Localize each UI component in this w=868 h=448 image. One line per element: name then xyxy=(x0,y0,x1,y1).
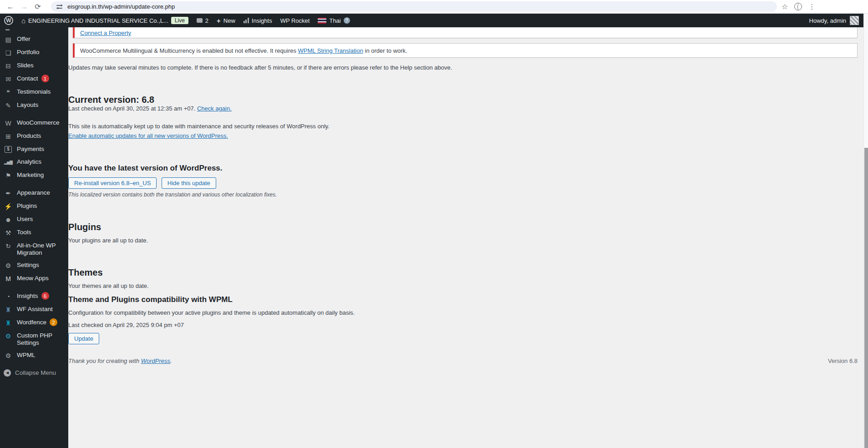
sidebar-item-wpml[interactable]: ⚙WPML xyxy=(0,349,68,362)
appearance-icon: ✒ xyxy=(4,190,13,197)
sidebar-item-label: Products xyxy=(17,132,41,140)
sidebar-item-testimonials[interactable]: ❝Testimonials xyxy=(0,86,68,99)
sidebar-item-marketing[interactable]: ⚑Marketing xyxy=(0,169,68,182)
browser-menu-icon[interactable]: ⋮ xyxy=(808,3,815,11)
avatar[interactable] xyxy=(850,16,859,25)
sidebar-item-offer[interactable]: ▤Offer xyxy=(0,33,68,46)
sidebar-item-contact[interactable]: ✉Contact1 xyxy=(0,72,68,86)
help-icon[interactable]: ? xyxy=(344,17,350,24)
sidebar-item-appearance[interactable]: ✒Appearance xyxy=(0,186,68,200)
sidebar-item-wf-assistant[interactable]: ♜WF Assistant xyxy=(0,303,68,316)
slides-icon: ⊟ xyxy=(4,62,13,70)
sidebar-item-label: Collapse Menu xyxy=(15,369,56,377)
insights-chart-icon xyxy=(244,18,249,23)
settings-icon: ⚙ xyxy=(4,262,13,269)
wordfence-icon: ♜ xyxy=(4,319,13,327)
enable-auto-updates-link[interactable]: Enable automatic updates for all new ver… xyxy=(68,132,228,139)
sidebar-item-label: Offer xyxy=(17,35,30,43)
address-bar[interactable]: eisgroup.in.th/wp-admin/update-core.php xyxy=(51,1,777,12)
wordpress-logo-icon: W xyxy=(4,16,13,25)
new-content-menu[interactable]: + New xyxy=(213,14,239,27)
wpml-string-translation-link[interactable]: WPML String Translation xyxy=(298,47,363,54)
themes-heading: Themes xyxy=(68,267,103,278)
custom-php-settings-icon: ⚙ xyxy=(4,332,13,340)
account-menu[interactable]: Howdy, admin xyxy=(809,14,846,27)
insights-icon: ◔ xyxy=(4,293,13,300)
page: ← → ⟳ eisgroup.in.th/wp-admin/update-cor… xyxy=(0,0,868,448)
reload-icon[interactable]: ⟳ xyxy=(31,1,45,13)
notice-wcml: WooCommerce Multilingual & Multicurrency… xyxy=(73,43,858,58)
forward-icon[interactable]: → xyxy=(17,1,31,13)
current-version-heading: Current version: 6.8 xyxy=(68,95,154,105)
footer-version: Version 6.8 xyxy=(828,357,858,364)
wp-logo-menu[interactable]: W xyxy=(0,14,17,27)
tools-icon: ⚒ xyxy=(4,229,13,237)
bookmark-star-icon[interactable]: ☆ xyxy=(782,2,788,11)
contact-icon: ✉ xyxy=(4,76,13,83)
language-menu[interactable]: Thai ? xyxy=(314,14,354,27)
localized-version-note: This localized version contains both the… xyxy=(68,191,277,198)
wordfence-badge: 2 xyxy=(50,318,57,326)
users-icon: ☻ xyxy=(4,216,13,223)
back-icon[interactable]: ← xyxy=(4,1,17,13)
wordpress-footer-link[interactable]: WordPress xyxy=(141,357,170,364)
sidebar-item-users[interactable]: ☻Users xyxy=(0,213,68,226)
site-settings-icon[interactable] xyxy=(56,4,63,10)
sidebar-item-label: Settings xyxy=(17,262,39,269)
sidebar-item-analytics[interactable]: ▂▅▇Analytics xyxy=(0,156,68,169)
sidebar-item-slides[interactable]: ⊟Slides xyxy=(0,59,68,72)
sidebar-item-label: Custom PHP Settings xyxy=(17,332,66,346)
insights-menu[interactable]: Insights xyxy=(239,14,276,27)
scrollbar[interactable] xyxy=(863,14,868,448)
plugins-icon: ⚡ xyxy=(4,203,13,210)
wpml-icon: ⚙ xyxy=(4,352,13,359)
sidebar-item-settings[interactable]: ⚙Settings xyxy=(0,259,68,272)
auto-update-text: This site is automatically kept up to da… xyxy=(68,123,330,130)
main-content: Connect a Property WooCommerce Multiling… xyxy=(68,27,863,448)
sidebar-item-meow-apps[interactable]: MMeow Apps xyxy=(0,272,68,285)
connect-property-link[interactable]: Connect a Property xyxy=(80,30,131,36)
url-text[interactable]: eisgroup.in.th/wp-admin/update-core.php xyxy=(67,3,175,10)
sidebar-item-collapse-menu[interactable]: ◀Collapse Menu xyxy=(0,367,68,379)
sidebar-item-plugins[interactable]: ⚡Plugins xyxy=(0,200,68,213)
thai-flag-icon xyxy=(318,18,326,24)
reinstall-button[interactable]: Re-install version 6.8–en_US xyxy=(68,177,157,189)
sidebar-item-tools[interactable]: ⚒Tools xyxy=(0,226,68,239)
sidebar-item-label: All-in-One WP Migration xyxy=(17,242,66,256)
sidebar-item-woocommerce[interactable]: WWooCommerce xyxy=(0,116,68,130)
plugins-status: Your plugins are all up to date. xyxy=(68,237,148,244)
clipped-menu-item-fragment xyxy=(5,29,10,30)
footer-thanks: Thank you for creating with WordPress. xyxy=(68,357,172,364)
sidebar-item-label: Marketing xyxy=(17,171,44,179)
hide-update-button[interactable]: Hide this update xyxy=(162,177,216,189)
sidebar-item-products[interactable]: ⊞Products xyxy=(0,130,68,143)
sidebar-item-insights[interactable]: ◔Insights6 xyxy=(0,290,68,303)
sidebar-item-custom-php-settings[interactable]: ⚙Custom PHP Settings xyxy=(0,329,68,349)
sidebar-item-label: WF Assistant xyxy=(17,306,53,313)
auto-update-link-row: Enable automatic updates for all new ver… xyxy=(68,131,228,140)
home-icon: ⌂ xyxy=(21,17,25,25)
updates-note: Updates may take several minutes to comp… xyxy=(68,64,751,71)
insights-badge: 6 xyxy=(41,292,49,300)
wp-rocket-menu[interactable]: WP Rocket xyxy=(276,14,314,27)
browser-profile-icon[interactable] xyxy=(794,3,802,10)
comments-menu[interactable]: 2 xyxy=(193,14,213,27)
sidebar-item-all-in-one-wp-migration[interactable]: ↻All-in-One WP Migration xyxy=(0,239,68,259)
sidebar-item-portfolio[interactable]: ❑Portfolio xyxy=(0,46,68,59)
sidebar-item-label: Slides xyxy=(17,62,34,69)
wpml-update-button[interactable]: Update xyxy=(68,333,99,344)
sidebar-item-label: Plugins xyxy=(17,202,37,210)
scrollbar-thumb[interactable] xyxy=(864,148,868,448)
sidebar-item-wordfence[interactable]: ♜Wordfence2 xyxy=(0,316,68,329)
comments-count: 2 xyxy=(205,17,208,24)
sidebar-item-label: Insights xyxy=(17,292,38,300)
site-name: ENGINEERING AND INDUSTRIAL SERVICE Co.,L… xyxy=(28,17,168,24)
browser-toolbar: ← → ⟳ eisgroup.in.th/wp-admin/update-cor… xyxy=(0,0,868,14)
site-name-menu[interactable]: ⌂ ENGINEERING AND INDUSTRIAL SERVICE Co.… xyxy=(17,14,193,27)
sidebar-item-label: Contact xyxy=(17,75,38,82)
offer-icon: ▤ xyxy=(4,36,13,43)
wp-rocket-label: WP Rocket xyxy=(280,17,310,24)
check-again-link[interactable]: Check again. xyxy=(197,105,232,112)
sidebar-item-layouts[interactable]: ✎Layouts xyxy=(0,99,68,112)
sidebar-item-payments[interactable]: $Payments xyxy=(0,143,68,156)
